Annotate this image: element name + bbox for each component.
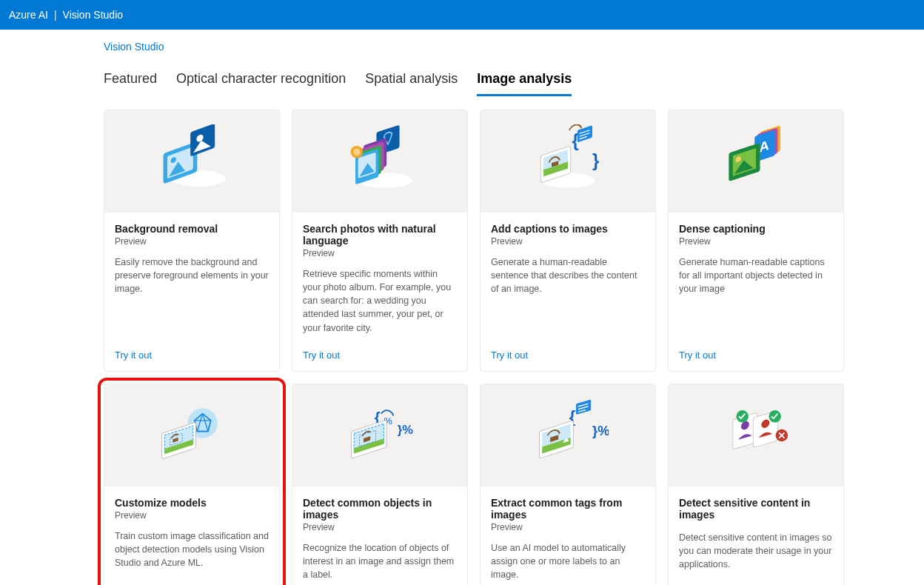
card-detect-sensitive[interactable]: Detect sensitive content in images Detec… (668, 384, 844, 585)
card-action-link[interactable]: Try it out (669, 342, 843, 371)
card-title: Customize models (115, 497, 269, 509)
add-captions-icon: { } (527, 124, 609, 198)
card-illustration (669, 384, 843, 487)
customize-models-icon (151, 398, 232, 472)
card-detect-objects[interactable]: { }% % Detect common objects in images (292, 384, 468, 585)
card-subtitle: Preview (491, 236, 645, 247)
card-description: Easily remove the background and preserv… (115, 255, 269, 335)
card-dense-captioning[interactable]: A Dense captioning Preview Generate huma… (668, 110, 844, 372)
card-subtitle: Preview (303, 248, 457, 258)
card-subtitle: Preview (115, 236, 269, 247)
card-grid: Background removal Preview Easily remove… (104, 110, 820, 585)
card-description: Recognize the location of objects of int… (303, 541, 457, 581)
background-removal-icon (151, 124, 232, 198)
tab-spatial[interactable]: Spatial analysis (365, 71, 458, 96)
card-illustration: { }% (481, 384, 655, 487)
card-action-link[interactable]: Try it out (104, 342, 279, 371)
card-title: Extract common tags from images (491, 497, 645, 521)
breadcrumb-link[interactable]: Vision Studio (104, 41, 164, 53)
card-subtitle: Preview (303, 522, 457, 532)
detect-objects-icon: { }% % (339, 398, 421, 472)
card-extract-tags[interactable]: { }% (480, 384, 656, 585)
card-subtitle: Preview (679, 236, 833, 247)
product-label: Vision Studio (63, 9, 123, 21)
header-separator: | (54, 9, 57, 21)
tab-featured[interactable]: Featured (104, 71, 157, 96)
tab-bar: Featured Optical character recognition S… (104, 71, 820, 96)
card-title: Dense captioning (679, 223, 833, 235)
brand-label: Azure AI (9, 9, 48, 21)
extract-tags-icon: { }% (527, 398, 609, 472)
card-description: Generate a human-readable sentence that … (491, 255, 645, 335)
card-title: Detect common objects in images (303, 497, 457, 521)
svg-point-17 (353, 149, 360, 156)
card-title: Search photos with natural language (303, 223, 457, 247)
dense-captioning-icon: A (715, 124, 797, 198)
card-illustration (104, 110, 279, 213)
card-background-removal[interactable]: Background removal Preview Easily remove… (104, 110, 280, 372)
card-action-link[interactable]: Try it out (481, 342, 655, 371)
tab-image-analysis[interactable]: Image analysis (477, 71, 572, 96)
search-photos-icon (339, 124, 421, 198)
svg-text:}%: }% (398, 423, 413, 436)
tab-ocr[interactable]: Optical character recognition (176, 71, 346, 96)
card-subtitle: Preview (115, 510, 269, 521)
card-customize-models[interactable]: Customize models Preview Train custom im… (104, 384, 280, 585)
card-title: Background removal (115, 223, 269, 235)
svg-text:}%: }% (592, 423, 609, 438)
card-action-link[interactable]: Try it out (292, 342, 467, 371)
card-add-captions[interactable]: { } Add captions to images Preview Gener… (480, 110, 656, 372)
card-description: Use an AI model to automatically assign … (491, 541, 645, 581)
card-illustration (104, 384, 279, 487)
card-illustration: { }% % (292, 384, 467, 487)
card-title: Add captions to images (491, 223, 645, 235)
card-title: Detect sensitive content in images (679, 497, 833, 521)
card-description: Detect sensitive content in images so yo… (679, 531, 833, 581)
card-subtitle: Preview (491, 522, 645, 532)
card-description: Generate human-readable captions for all… (679, 255, 833, 335)
card-illustration: A (669, 110, 843, 213)
card-illustration: { } (481, 110, 655, 213)
card-illustration (292, 110, 467, 213)
breadcrumb: Vision Studio (104, 30, 820, 71)
svg-text:}: } (592, 150, 599, 170)
card-description: Train custom image classification and ob… (115, 529, 269, 581)
card-search-photos[interactable]: Search photos with natural language Prev… (292, 110, 468, 372)
top-header: Azure AI | Vision Studio (0, 0, 924, 30)
detect-sensitive-icon (715, 398, 797, 472)
card-description: Retrieve specific moments within your ph… (303, 267, 457, 335)
